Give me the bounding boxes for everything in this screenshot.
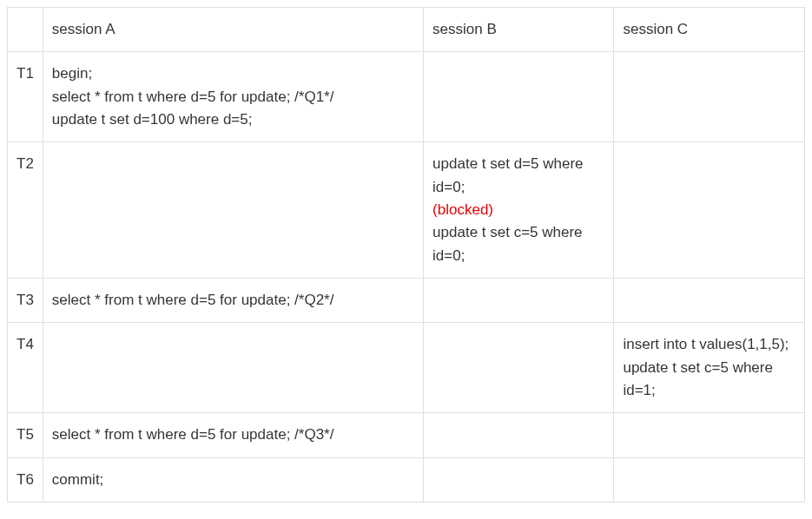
cell-session-b bbox=[424, 323, 614, 413]
sql-statement: update t set c=5 where id=0; bbox=[432, 224, 582, 263]
table-row: T6 commit; bbox=[8, 457, 805, 502]
cell-session-b bbox=[424, 413, 614, 457]
sql-statement: commit; bbox=[52, 471, 104, 488]
header-time bbox=[8, 8, 43, 52]
cell-session-b bbox=[424, 457, 614, 502]
time-label: T2 bbox=[8, 142, 43, 279]
sql-statement: insert into t values(1,1,5); update t se… bbox=[623, 336, 789, 398]
sql-statement: select * from t where d=5 for update; /*… bbox=[52, 426, 334, 443]
cell-session-a: begin; select * from t where d=5 for upd… bbox=[43, 52, 423, 142]
header-row: session A session B session C bbox=[8, 8, 805, 52]
cell-session-c: insert into t values(1,1,5); update t se… bbox=[614, 323, 805, 413]
table-row: T1 begin; select * from t where d=5 for … bbox=[8, 52, 805, 142]
cell-session-b: update t set d=5 where id=0;(blocked)upd… bbox=[424, 142, 614, 279]
time-label: T1 bbox=[8, 52, 43, 142]
table-row: T5 select * from t where d=5 for update;… bbox=[8, 413, 805, 457]
cell-session-c bbox=[614, 413, 805, 457]
blocked-indicator: (blocked) bbox=[432, 201, 493, 218]
cell-session-a bbox=[43, 323, 423, 413]
cell-session-c bbox=[614, 457, 805, 502]
sql-statement: update t set d=5 where id=0; bbox=[432, 155, 583, 194]
cell-session-a: commit; bbox=[43, 457, 423, 502]
sql-statement: select * from t where d=5 for update; /*… bbox=[52, 292, 334, 308]
sql-statement: begin; select * from t where d=5 for upd… bbox=[52, 65, 334, 128]
table-row: T3 select * from t where d=5 for update;… bbox=[8, 279, 805, 323]
cell-session-c bbox=[614, 142, 805, 279]
cell-session-a: select * from t where d=5 for update; /*… bbox=[43, 413, 423, 457]
time-label: T4 bbox=[8, 323, 43, 413]
time-label: T5 bbox=[8, 413, 43, 457]
time-label: T3 bbox=[8, 279, 43, 323]
header-session-c: session C bbox=[614, 8, 805, 52]
header-session-a: session A bbox=[43, 8, 423, 52]
session-timeline-table: session A session B session C T1 begin; … bbox=[7, 7, 805, 503]
table-row: T2 update t set d=5 where id=0;(blocked)… bbox=[8, 142, 805, 279]
cell-session-c bbox=[614, 279, 805, 323]
cell-session-b bbox=[424, 279, 614, 323]
cell-session-b bbox=[424, 52, 614, 142]
table-row: T4 insert into t values(1,1,5); update t… bbox=[8, 323, 805, 413]
cell-session-c bbox=[614, 52, 805, 142]
header-session-b: session B bbox=[424, 8, 614, 52]
time-label: T6 bbox=[8, 457, 43, 502]
cell-session-a bbox=[43, 142, 423, 279]
cell-session-a: select * from t where d=5 for update; /*… bbox=[43, 279, 423, 323]
